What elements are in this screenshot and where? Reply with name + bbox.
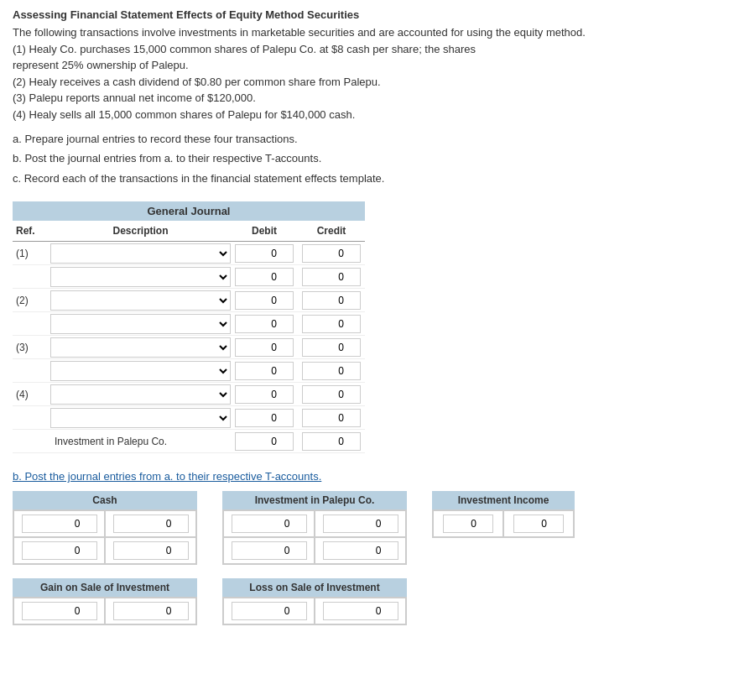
journal-row-0-desc <box>50 243 231 264</box>
journal-row-2-debit-input[interactable] <box>235 291 294 310</box>
journal-row-7 <box>13 406 365 430</box>
inv-r1-right <box>315 510 406 537</box>
income-r1-right-input[interactable] <box>513 515 564 533</box>
journal-row-1 <box>13 265 365 289</box>
header-credit: Credit <box>298 223 365 238</box>
journal-row-4-debit-input[interactable] <box>235 338 294 357</box>
cash-r1-right-input[interactable] <box>113 515 189 533</box>
t-account-gain: Gain on Sale of Investment <box>13 578 197 625</box>
journal-row-3-desc-select[interactable] <box>50 314 231 334</box>
t-account-loss-title: Loss on Sale of Investment <box>222 578 407 597</box>
journal-row-5-ref <box>13 369 50 373</box>
journal-row-1-debit-cell <box>231 266 298 288</box>
cash-r1-right <box>105 510 196 537</box>
desc-line-5: (3) Palepu reports annual net income of … <box>13 90 716 107</box>
instructions-block: a. Prepare journal entries to record the… <box>13 129 716 188</box>
journal-row-3-desc <box>50 314 231 334</box>
journal-row-6-debit-input[interactable] <box>235 385 294 404</box>
gain-loss-row: Gain on Sale of Investment Loss on Sale … <box>13 578 716 625</box>
t-account-investment: Investment in Palepu Co. <box>222 491 407 565</box>
loss-r1-left <box>223 598 315 624</box>
journal-row-2: (2) <box>13 289 365 312</box>
journal-row-2-desc-select[interactable] <box>50 290 231 311</box>
t-account-cash-title: Cash <box>13 491 197 509</box>
page-title: Assessing Financial Statement Effects of… <box>13 8 716 21</box>
t-account-loss: Loss on Sale of Investment <box>222 578 407 625</box>
journal-row-1-desc-select[interactable] <box>50 267 231 287</box>
journal-row-3-debit-cell <box>231 313 298 335</box>
desc-line-3: represent 25% ownership of Palepu. <box>13 57 716 74</box>
journal-row-7-credit-input[interactable] <box>302 409 361 427</box>
journal-row-0: (1) <box>13 242 365 265</box>
journal-row-7-desc-select[interactable] <box>50 408 231 428</box>
journal-row-1-credit-input[interactable] <box>302 268 361 286</box>
t-account-gain-title: Gain on Sale of Investment <box>13 578 197 597</box>
journal-row-2-credit-input[interactable] <box>302 291 361 310</box>
journal-row-7-debit-input[interactable] <box>235 409 294 427</box>
journal-row-4-desc-select[interactable] <box>50 337 231 358</box>
inv-r2-left <box>223 537 315 564</box>
general-journal: General Journal Ref. Description Debit C… <box>13 201 365 453</box>
inv-r1-right-input[interactable] <box>323 515 398 533</box>
journal-row-5-debit-input[interactable] <box>235 362 294 380</box>
last-row-debit-cell <box>231 431 298 452</box>
cash-r2-left-input[interactable] <box>22 541 97 560</box>
last-row-label: Investment in Palepu Co. <box>13 434 231 449</box>
instruction-b: b. Post the journal entries from a. to t… <box>13 149 716 168</box>
journal-row-5-credit-input[interactable] <box>302 362 361 380</box>
last-row-credit-cell <box>298 431 365 452</box>
cash-r2-right-input[interactable] <box>113 541 189 560</box>
inv-r2-right <box>315 537 406 564</box>
cash-r1-left <box>13 510 105 537</box>
journal-row-0-credit-cell <box>298 243 365 264</box>
journal-row-4-credit-input[interactable] <box>302 338 361 357</box>
t-account-income-body <box>432 509 575 538</box>
journal-row-5-desc-select[interactable] <box>50 361 231 381</box>
last-row-credit-input[interactable] <box>302 432 361 451</box>
journal-row-6-credit-input[interactable] <box>302 385 361 404</box>
cash-r2-right <box>105 537 196 564</box>
cash-r2-left <box>13 537 105 564</box>
journal-row-4-debit-cell <box>231 337 298 358</box>
last-row-debit-input[interactable] <box>235 432 294 451</box>
journal-row-0-debit-input[interactable] <box>235 244 294 263</box>
cash-r1-left-input[interactable] <box>22 515 97 533</box>
journal-row-1-credit-cell <box>298 266 365 288</box>
gain-r1-right-input[interactable] <box>113 602 189 620</box>
t-account-cash: Cash <box>13 491 197 565</box>
inv-r2-right-input[interactable] <box>323 541 398 560</box>
journal-row-0-debit-cell <box>231 243 298 264</box>
t-account-investment-title: Investment in Palepu Co. <box>222 491 407 509</box>
loss-r1-right-input[interactable] <box>323 602 398 620</box>
journal-row-2-debit-cell <box>231 290 298 311</box>
loss-r1-right <box>315 598 406 624</box>
inv-r2-left-input[interactable] <box>232 541 307 560</box>
journal-row-6-desc-select[interactable] <box>50 384 231 405</box>
journal-row-1-debit-input[interactable] <box>235 268 294 286</box>
journal-row-1-ref <box>13 275 50 279</box>
journal-row-4: (3) <box>13 336 365 359</box>
journal-row-6-debit-cell <box>231 384 298 405</box>
journal-row-7-debit-cell <box>231 407 298 429</box>
journal-row-1-desc <box>50 267 231 287</box>
journal-row-7-desc <box>50 408 231 428</box>
desc-line-6: (4) Healy sells all 15,000 common shares… <box>13 107 716 123</box>
journal-row-0-ref: (1) <box>13 246 50 261</box>
journal-row-0-credit-input[interactable] <box>302 244 361 263</box>
gain-r1-right <box>105 598 196 624</box>
inv-r1-left <box>223 510 315 537</box>
journal-row-3-credit-input[interactable] <box>302 315 361 333</box>
income-r1-left-input[interactable] <box>443 515 493 533</box>
journal-row-0-desc-select[interactable] <box>50 243 231 264</box>
journal-row-6-desc <box>50 384 231 405</box>
journal-row-3-credit-cell <box>298 313 365 335</box>
instruction-a: a. Prepare journal entries to record the… <box>13 129 716 149</box>
journal-row-5 <box>13 359 365 383</box>
journal-row-5-debit-cell <box>231 360 298 382</box>
inv-r1-left-input[interactable] <box>232 515 307 533</box>
loss-r1-left-input[interactable] <box>232 602 307 620</box>
gain-r1-left-input[interactable] <box>22 602 97 620</box>
income-r1-left <box>433 510 503 537</box>
journal-row-3-debit-input[interactable] <box>235 315 294 333</box>
header-ref: Ref. <box>13 223 50 238</box>
